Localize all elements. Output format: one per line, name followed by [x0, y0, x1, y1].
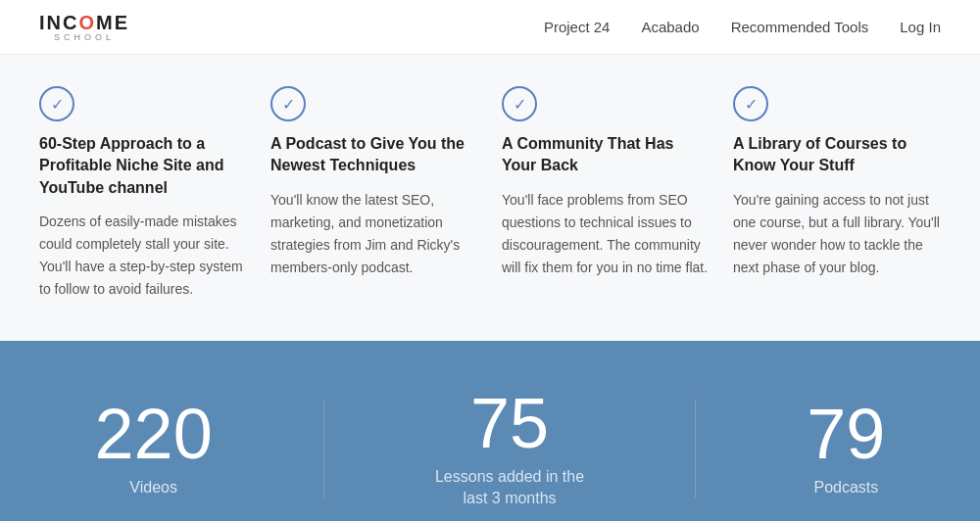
feature-title-3: A Community That Has Your Back	[502, 133, 710, 177]
stat-videos: 220 Videos	[95, 399, 213, 498]
feature-desc-2: You'll know the latest SEO, marketing, a…	[270, 189, 478, 279]
navbar: INCOME SCHOOL Project 24 Acabado Recomme…	[0, 0, 980, 55]
features-section: ✓ 60-Step Approach to a Profitable Niche…	[0, 55, 980, 341]
stat-number-podcasts: 79	[807, 399, 885, 469]
feature-card-3: ✓ A Community That Has Your Back You'll …	[502, 86, 710, 302]
stat-label-videos: Videos	[129, 477, 177, 498]
stat-podcasts: 79 Podcasts	[807, 399, 885, 498]
feature-desc-1: Dozens of easily-made mistakes could com…	[39, 211, 247, 301]
feature-card-4: ✓ A Library of Courses to Know Your Stuf…	[733, 86, 941, 302]
stat-number-lessons: 75	[470, 388, 549, 458]
logo: INCOME SCHOOL	[39, 13, 129, 42]
feature-card-2: ✓ A Podcast to Give You the Newest Techn…	[270, 86, 478, 302]
nav-project24[interactable]: Project 24	[544, 19, 611, 35]
feature-title-1: 60-Step Approach to a Profitable Niche S…	[39, 133, 247, 199]
check-icon-2: ✓	[270, 86, 306, 121]
feature-title-4: A Library of Courses to Know Your Stuff	[733, 133, 941, 177]
nav-login[interactable]: Log In	[900, 19, 941, 35]
check-icon-3: ✓	[502, 86, 537, 121]
feature-desc-4: You're gaining access to not just one co…	[733, 189, 941, 279]
stat-divider-2	[695, 400, 696, 497]
nav-links: Project 24 Acabado Recommended Tools Log…	[544, 19, 941, 35]
check-icon-1: ✓	[39, 86, 74, 121]
feature-desc-3: You'll face problems from SEO questions …	[502, 189, 710, 279]
stat-divider-1	[323, 400, 324, 497]
stat-lessons: 75 Lessons added in the last 3 months	[435, 388, 584, 510]
nav-recommended-tools[interactable]: Recommended Tools	[731, 19, 869, 35]
stats-section: 220 Videos 75 Lessons added in the last …	[0, 341, 980, 521]
feature-title-2: A Podcast to Give You the Newest Techniq…	[270, 133, 478, 177]
logo-text: INCOME	[39, 13, 129, 32]
stat-number-videos: 220	[95, 399, 213, 469]
stat-label-lessons: Lessons added in the last 3 months	[435, 466, 584, 510]
logo-subtext: SCHOOL	[54, 33, 115, 42]
nav-acabado[interactable]: Acabado	[641, 19, 699, 35]
feature-card-1: ✓ 60-Step Approach to a Profitable Niche…	[39, 86, 247, 302]
stat-label-podcasts: Podcasts	[813, 477, 878, 498]
check-icon-4: ✓	[733, 86, 768, 121]
